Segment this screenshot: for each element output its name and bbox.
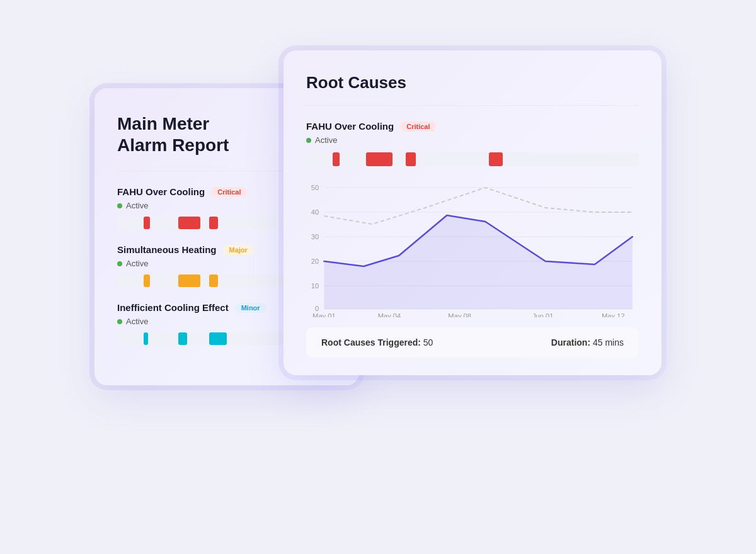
root-causes-card: Root Causes FAHU Over Cooling Critical A…	[284, 50, 662, 375]
duration-stat: Duration: 45 mins	[551, 337, 624, 348]
segment-fahu-3	[209, 217, 218, 229]
svg-text:50: 50	[311, 184, 319, 191]
segment-fahu-2	[178, 217, 200, 229]
svg-text:May 12: May 12	[602, 312, 625, 317]
root-seg-3	[406, 152, 416, 166]
segment-cooling-1	[144, 332, 148, 345]
svg-text:May 01: May 01	[312, 312, 336, 317]
status-dot-heating	[117, 261, 122, 266]
scene: Main Meter Alarm Report FAHU Over Coolin…	[94, 50, 662, 504]
root-chart: 50 40 30 20 10 0	[306, 179, 639, 317]
root-causes-title: Root Causes	[306, 73, 639, 93]
svg-text:20: 20	[311, 257, 319, 265]
root-alarm-name: FAHU Over Cooling	[306, 121, 394, 132]
root-badge-critical: Critical	[400, 122, 436, 132]
segment-heating-3	[209, 274, 218, 287]
root-alarm-status: Active	[306, 135, 639, 145]
root-seg-2	[366, 152, 392, 166]
badge-critical-fahu: Critical	[211, 187, 247, 197]
segment-heating-2	[178, 274, 200, 287]
svg-text:10: 10	[311, 282, 319, 290]
root-status-dot	[306, 138, 311, 143]
svg-text:May 08: May 08	[448, 312, 471, 317]
alarm-name-cooling: Inefficient Cooling Effect	[117, 302, 229, 313]
root-divider	[306, 105, 639, 106]
triggers-stat: Root Causes Triggered: 50	[321, 337, 433, 348]
root-seg-4	[489, 152, 502, 166]
badge-minor-cooling: Minor	[235, 303, 266, 313]
chart-area-fill	[324, 215, 632, 309]
svg-text:0: 0	[315, 305, 319, 312]
alarm-name-heating: Simultaneous Heating	[117, 244, 217, 255]
root-seg-1	[333, 152, 340, 166]
status-dot-cooling	[117, 319, 122, 324]
status-dot-fahu	[117, 203, 122, 208]
svg-text:May 04: May 04	[378, 312, 401, 317]
svg-text:30: 30	[311, 233, 319, 240]
chart-dashed-line	[324, 188, 632, 224]
segment-cooling-2	[178, 332, 187, 345]
segment-fahu-1	[144, 217, 150, 229]
segment-heating-1	[144, 274, 150, 287]
svg-text:40: 40	[311, 208, 319, 216]
svg-text:Jun 01: Jun 01	[532, 312, 554, 317]
root-timeline	[306, 152, 639, 166]
segment-cooling-3	[209, 332, 227, 345]
chart-svg: 50 40 30 20 10 0	[306, 179, 639, 317]
root-alarm-header: FAHU Over Cooling Critical	[306, 121, 639, 132]
stats-footer: Root Causes Triggered: 50 Duration: 45 m…	[306, 327, 639, 358]
alarm-name-fahu: FAHU Over Cooling	[117, 186, 205, 197]
badge-major-heating: Major	[223, 245, 254, 255]
